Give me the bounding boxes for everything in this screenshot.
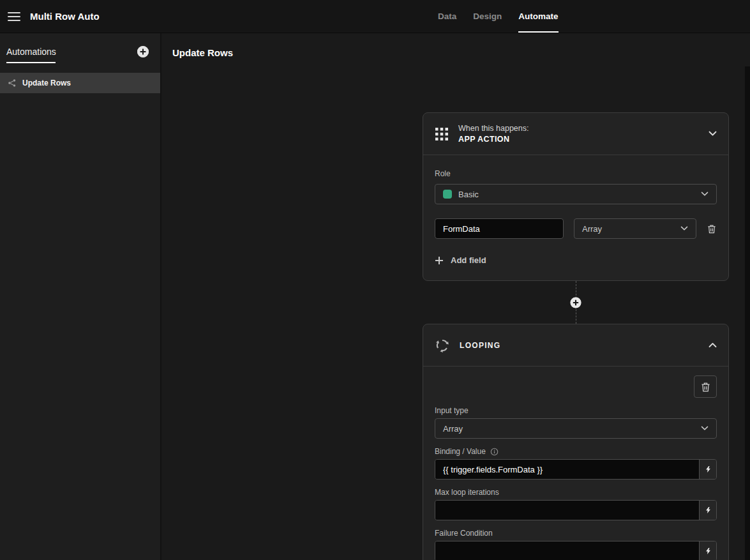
role-label: Role: [435, 169, 717, 178]
automation-flow: When this happens: APP ACTION Role Basic: [423, 112, 729, 560]
chevron-up-icon[interactable]: [709, 342, 717, 348]
binding-value-label: Binding / Value: [435, 447, 486, 456]
add-field-button[interactable]: Add field: [435, 255, 717, 265]
tab-data[interactable]: Data: [438, 0, 456, 33]
lightning-bolt-icon: [705, 547, 712, 556]
trigger-field-row: Array: [435, 218, 717, 239]
binding-picker-button[interactable]: [699, 541, 716, 560]
lightning-bolt-icon: [705, 506, 712, 515]
plus-icon: [137, 46, 149, 57]
app-title: Multi Row Auto: [30, 11, 100, 22]
looping-card-header[interactable]: LOOPING: [423, 324, 728, 367]
sidebar-tab-underline: [6, 62, 56, 63]
input-type-label: Input type: [435, 406, 717, 415]
plus-icon: [571, 297, 581, 308]
failure-condition-input[interactable]: [435, 541, 699, 560]
failure-condition-label: Failure Condition: [435, 529, 717, 538]
binding-value-input[interactable]: [435, 460, 699, 479]
binding-value-input-group: [435, 459, 717, 480]
add-automation-button[interactable]: [137, 46, 149, 57]
loop-icon: [435, 338, 450, 353]
role-select-value: Basic: [458, 190, 479, 199]
binding-value-label-row: Binding / Value: [435, 447, 717, 456]
sidebar-title: Automations: [6, 47, 56, 57]
trash-icon: [707, 223, 717, 234]
hamburger-menu-icon[interactable]: [8, 12, 20, 21]
trigger-title: APP ACTION: [458, 135, 529, 144]
add-field-label: Add field: [451, 255, 486, 265]
max-iterations-label: Max loop iterations: [435, 488, 717, 497]
step-connector: [423, 281, 729, 324]
automation-share-icon: [8, 79, 17, 87]
trigger-card: When this happens: APP ACTION Role Basic: [423, 112, 729, 281]
topbar: Multi Row Auto Data Design Automate: [0, 0, 750, 33]
looping-title: LOOPING: [460, 341, 500, 350]
chevron-down-icon[interactable]: [709, 131, 717, 137]
max-iterations-input-group: [435, 500, 717, 520]
input-type-value: Array: [443, 424, 463, 434]
chevron-down-icon: [701, 426, 709, 431]
sidebar-header: Automations: [0, 33, 160, 57]
trash-icon: [700, 381, 711, 393]
field-name-input[interactable]: [435, 218, 564, 239]
automations-sidebar: Automations Update Rows: [0, 33, 161, 560]
trigger-card-header[interactable]: When this happens: APP ACTION: [423, 113, 728, 155]
info-icon[interactable]: [490, 448, 499, 456]
plus-icon: [435, 256, 444, 265]
field-type-select[interactable]: Array: [574, 218, 696, 239]
vertical-scrollbar[interactable]: [745, 66, 750, 560]
tab-design[interactable]: Design: [473, 0, 502, 33]
automation-canvas: Update Rows When this happens: APP ACTIO…: [161, 33, 750, 560]
role-color-swatch: [443, 190, 452, 199]
binding-picker-button[interactable]: [699, 501, 716, 520]
delete-field-button[interactable]: [707, 223, 717, 234]
tab-automate[interactable]: Automate: [518, 0, 558, 33]
role-select[interactable]: Basic: [435, 184, 717, 204]
looping-card-body: Input type Array Binding / Value: [423, 367, 728, 560]
chevron-down-icon: [680, 226, 688, 231]
add-step-button[interactable]: [571, 297, 581, 308]
page-title: Update Rows: [172, 47, 233, 58]
trigger-card-body: Role Basic Array: [423, 155, 728, 280]
looping-card: LOOPING Input type Ar: [423, 324, 729, 560]
delete-loop-button[interactable]: [694, 375, 717, 398]
app-action-grid-icon: [435, 127, 449, 141]
chevron-down-icon: [701, 192, 709, 197]
input-type-select[interactable]: Array: [435, 418, 717, 439]
lightning-bolt-icon: [705, 465, 712, 474]
field-type-value: Array: [582, 224, 602, 234]
max-iterations-input[interactable]: [435, 501, 699, 520]
sidebar-item-update-rows[interactable]: Update Rows: [0, 73, 160, 93]
sidebar-item-label: Update Rows: [22, 79, 71, 87]
failure-condition-input-group: [435, 541, 717, 560]
binding-picker-button[interactable]: [699, 460, 716, 479]
topbar-tabs: Data Design Automate: [438, 0, 559, 33]
trigger-kicker: When this happens:: [458, 124, 529, 133]
